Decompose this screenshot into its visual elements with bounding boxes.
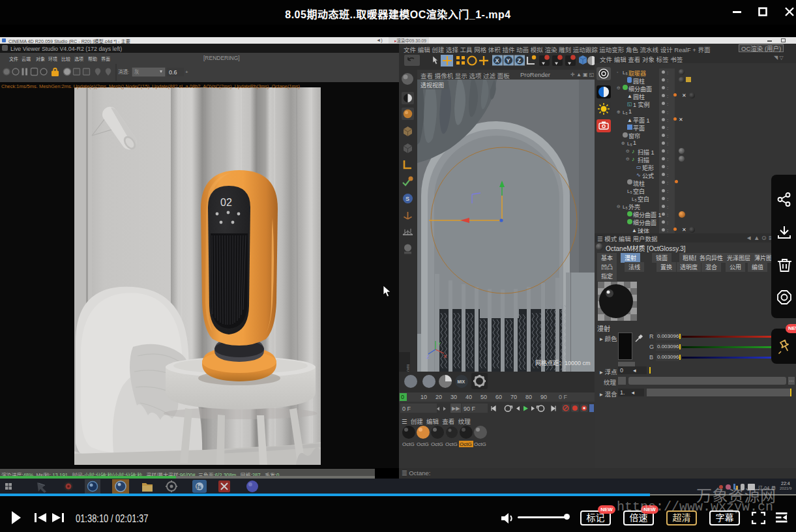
- svg-text:Y: Y: [437, 341, 441, 347]
- svg-text:OctG: OctG: [474, 441, 486, 447]
- svg-text:OctG: OctG: [402, 441, 415, 447]
- svg-text:0.6: 0.6: [169, 69, 177, 76]
- svg-text:MIX: MIX: [458, 379, 465, 384]
- svg-text:Y: Y: [507, 57, 510, 64]
- svg-text:X: X: [495, 57, 499, 64]
- svg-text:02: 02: [220, 197, 232, 208]
- svg-text:0 F: 0 F: [402, 406, 411, 412]
- svg-text:OctG: OctG: [417, 441, 429, 447]
- svg-text:X: X: [443, 353, 447, 359]
- svg-text:OctG: OctG: [431, 441, 443, 447]
- svg-text:网格点距：10000 cm: 网格点距：10000 cm: [535, 359, 591, 366]
- svg-text:消透:: 消透:: [118, 68, 129, 75]
- svg-text:+: +: [185, 69, 188, 75]
- svg-text:S: S: [405, 196, 409, 202]
- svg-text:OctG: OctG: [460, 441, 472, 447]
- svg-text:90 F: 90 F: [464, 406, 476, 412]
- svg-text:OctG: OctG: [445, 441, 458, 447]
- svg-text:灰: 灰: [134, 68, 140, 75]
- svg-text:Z: Z: [518, 57, 522, 64]
- svg-text:透视视图: 透视视图: [420, 81, 444, 89]
- svg-text:Z: Z: [426, 354, 430, 360]
- svg-text:▶▶: ▶▶: [452, 406, 460, 411]
- svg-text:fs: fs: [196, 484, 201, 490]
